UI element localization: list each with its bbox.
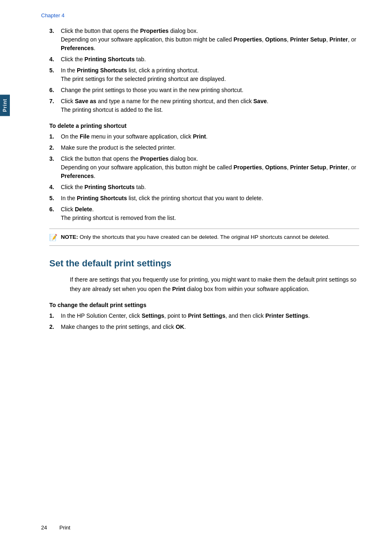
delete-step-3-num: 3.: [49, 155, 61, 180]
step-3-content: Click the button that opens the Properti…: [61, 27, 359, 53]
footer-page-num: 24: [41, 525, 47, 531]
step-5: 5. In the Printing Shortcuts list, click…: [49, 66, 359, 83]
step-5-num: 5.: [49, 66, 61, 83]
step-3-sub: Depending on your software application, …: [61, 36, 356, 51]
step-5-content: In the Printing Shortcuts list, click a …: [61, 66, 359, 83]
step-7-content: Click Save as and type a name for the ne…: [61, 97, 359, 114]
step-7: 7. Click Save as and type a name for the…: [49, 97, 359, 114]
delete-step-6-sub: The printing shortcut is removed from th…: [61, 215, 176, 221]
delete-step-6-num: 6.: [49, 205, 61, 222]
sidebar-print-tab: Print: [0, 95, 10, 116]
step-6-content: Change the print settings to those you w…: [61, 86, 359, 95]
delete-step-2-content: Make sure the product is the selected pr…: [61, 143, 359, 152]
delete-step-6-content: Click Delete. The printing shortcut is r…: [61, 205, 359, 222]
delete-step-3-sub: Depending on your software application, …: [61, 164, 356, 179]
note-box: 📝 NOTE: Only the shortcuts that you have…: [49, 229, 359, 246]
delete-step-5-content: In the Printing Shortcuts list, click th…: [61, 194, 359, 203]
page-footer: 24 Print: [0, 525, 392, 531]
note-text: NOTE: Only the shortcuts that you have c…: [61, 233, 330, 241]
change-step-1: 1. In the HP Solution Center, click Sett…: [49, 312, 359, 320]
note-content: Only the shortcuts that you have created…: [80, 234, 330, 240]
note-label: NOTE:: [61, 234, 78, 240]
delete-step-4: 4. Click the Printing Shortcuts tab.: [49, 183, 359, 192]
note-icon: 📝: [49, 233, 58, 241]
delete-step-5: 5. In the Printing Shortcuts list, click…: [49, 194, 359, 203]
delete-step-5-num: 5.: [49, 194, 61, 203]
change-step-2: 2. Make changes to the print settings, a…: [49, 323, 359, 331]
delete-step-4-content: Click the Printing Shortcuts tab.: [61, 183, 359, 192]
change-step-2-num: 2.: [49, 323, 61, 331]
step-3-num: 3.: [49, 27, 61, 53]
delete-step-2: 2. Make sure the product is the selected…: [49, 143, 359, 152]
delete-step-1-num: 1.: [49, 132, 61, 141]
change-default-heading: To change the default print settings: [49, 302, 359, 308]
step-5-sub: The print settings for the selected prin…: [61, 76, 226, 82]
step-4-content: Click the Printing Shortcuts tab.: [61, 55, 359, 64]
chapter-label: Chapter 4: [41, 12, 359, 18]
section-intro: If there are settings that you frequentl…: [70, 275, 359, 293]
page-container: Chapter 4 Print 3. Click the button that…: [0, 0, 392, 543]
step-4: 4. Click the Printing Shortcuts tab.: [49, 55, 359, 64]
delete-step-4-num: 4.: [49, 183, 61, 192]
steps-list-top: 3. Click the button that opens the Prope…: [49, 27, 359, 114]
delete-step-1-content: On the File menu in your software applic…: [61, 132, 359, 141]
delete-step-6: 6. Click Delete. The printing shortcut i…: [49, 205, 359, 222]
delete-step-1: 1. On the File menu in your software app…: [49, 132, 359, 141]
step-6: 6. Change the print settings to those yo…: [49, 86, 359, 95]
content-area: 3. Click the button that opens the Prope…: [49, 27, 359, 331]
default-section-title: Set the default print settings: [49, 258, 359, 269]
delete-step-2-num: 2.: [49, 143, 61, 152]
change-step-1-content: In the HP Solution Center, click Setting…: [61, 312, 359, 320]
step-7-num: 7.: [49, 97, 61, 114]
step-4-num: 4.: [49, 55, 61, 64]
delete-step-3: 3. Click the button that opens the Prope…: [49, 155, 359, 180]
step-7-sub: The printing shortcut is added to the li…: [61, 106, 163, 113]
delete-step-3-content: Click the button that opens the Properti…: [61, 155, 359, 180]
delete-steps-list: 1. On the File menu in your software app…: [49, 132, 359, 222]
step-3: 3. Click the button that opens the Prope…: [49, 27, 359, 53]
footer-label: Print: [59, 525, 70, 531]
change-default-steps: 1. In the HP Solution Center, click Sett…: [49, 312, 359, 331]
change-step-1-num: 1.: [49, 312, 61, 320]
delete-heading: To delete a printing shortcut: [49, 122, 359, 129]
step-6-num: 6.: [49, 86, 61, 95]
change-step-2-content: Make changes to the print settings, and …: [61, 323, 359, 331]
